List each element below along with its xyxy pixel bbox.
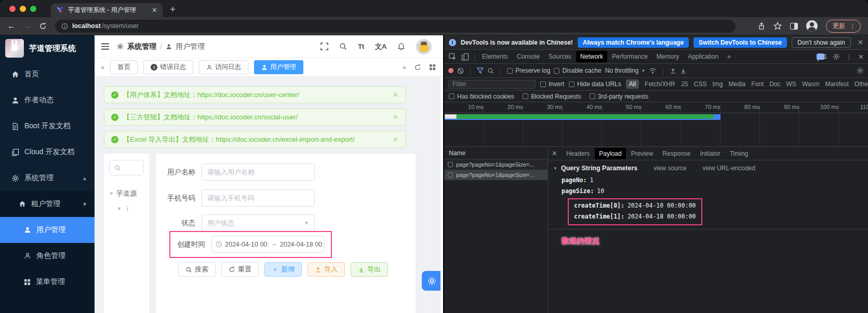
sidebar-item-tenant[interactable]: 租户管理 ▼ xyxy=(0,191,95,217)
chip-wasm[interactable]: Wasm xyxy=(802,80,820,88)
issues-counter[interactable]: 1 xyxy=(817,53,827,60)
checkbox-icon[interactable] xyxy=(448,172,453,178)
reset-button[interactable]: 重置 xyxy=(221,262,259,277)
breadcrumb-page[interactable]: 用户管理 xyxy=(176,42,205,51)
chip-font[interactable]: Font xyxy=(751,80,764,88)
kebab-menu-icon[interactable]: ⋮ xyxy=(849,22,856,30)
dept-search-input[interactable] xyxy=(109,160,144,175)
app-logo-row[interactable]: 芋道管理系统 xyxy=(0,35,95,61)
view-source-link[interactable]: view source xyxy=(653,165,686,172)
translate-icon[interactable]: 文A xyxy=(375,42,386,51)
view-url-encoded-link[interactable]: view URL-encoded xyxy=(703,165,755,172)
chip-ws[interactable]: WS xyxy=(786,80,796,88)
tab-close-icon[interactable]: ✕ xyxy=(152,6,157,14)
network-filter-input[interactable] xyxy=(448,80,536,89)
switch-to-chinese-button[interactable]: Switch DevTools to Chinese xyxy=(693,37,787,48)
chip-css[interactable]: CSS xyxy=(694,80,707,88)
user-avatar[interactable] xyxy=(416,39,432,55)
sidebar-item-cloud-docs[interactable]: Cloud 开发文档 xyxy=(0,139,95,165)
zoom-window-button[interactable] xyxy=(30,6,36,12)
chip-img[interactable]: Img xyxy=(712,80,723,88)
tag-home[interactable]: 首页 xyxy=(110,60,138,74)
preserve-log-checkbox[interactable]: Preserve log xyxy=(507,67,550,74)
forward-icon[interactable]: → xyxy=(21,21,33,31)
new-tab-button[interactable]: + xyxy=(170,4,176,15)
status-select[interactable]: 用户状态 ▼ xyxy=(202,214,315,232)
share-icon[interactable] xyxy=(758,22,765,30)
tab-initiator[interactable]: Initiator xyxy=(696,148,724,159)
throttling-select[interactable]: No throttling ▼ xyxy=(605,67,646,74)
disable-cache-checkbox[interactable]: Disable cache xyxy=(554,67,601,74)
breadcrumb-section[interactable]: 系统管理 xyxy=(127,42,156,51)
export-har-icon[interactable] xyxy=(680,67,687,74)
bookmark-star-icon[interactable] xyxy=(773,22,782,30)
close-icon[interactable]: ✕ xyxy=(393,113,398,121)
tag-access-log[interactable]: 访问日志 xyxy=(199,60,248,74)
blocked-requests-checkbox[interactable]: Blocked Requests xyxy=(523,93,581,100)
has-blocked-cookies-checkbox[interactable]: Has blocked cookies xyxy=(449,93,514,100)
caret-down-icon[interactable]: ▼ xyxy=(109,191,114,196)
tree-node-root[interactable]: ▼ 芋道源 xyxy=(109,189,144,198)
tags-scroll-left-icon[interactable]: « xyxy=(101,63,104,71)
settings-fab-button[interactable] xyxy=(422,271,442,291)
chip-doc[interactable]: Doc xyxy=(769,80,780,88)
tab-network[interactable]: Network xyxy=(576,51,607,62)
search-button[interactable]: 搜索 xyxy=(178,262,216,277)
close-icon[interactable]: ✕ xyxy=(393,135,398,143)
page-scrollbar[interactable] xyxy=(440,77,443,313)
filter-funnel-icon[interactable] xyxy=(477,67,484,74)
username-input[interactable] xyxy=(202,164,315,181)
fullscreen-icon[interactable] xyxy=(321,43,328,50)
collapse-menu-icon[interactable] xyxy=(101,43,110,50)
site-info-icon[interactable] xyxy=(61,23,68,30)
chip-fetch-xhr[interactable]: Fetch/XHR xyxy=(645,80,675,88)
tag-error-log[interactable]: ! 错误日志 xyxy=(143,60,193,74)
request-row-selected[interactable]: page?pageNo=1&pageSize=... xyxy=(444,170,547,180)
tab-payload[interactable]: Payload xyxy=(595,148,625,159)
bell-icon[interactable] xyxy=(397,43,405,51)
device-toolbar-icon[interactable] xyxy=(461,53,469,61)
tab-console[interactable]: Console xyxy=(513,51,544,62)
tab-application[interactable]: Application xyxy=(684,51,723,62)
sidebar-item-roles[interactable]: 角色管理 xyxy=(0,243,95,269)
tab-preview[interactable]: Preview xyxy=(627,148,658,159)
createtime-range-input[interactable]: 2024-04-10 00: – 2024-04-18 00: xyxy=(211,236,325,253)
back-icon[interactable]: ← xyxy=(5,21,18,31)
tab-sources[interactable]: Sources xyxy=(544,51,576,62)
import-button[interactable]: 导入 xyxy=(308,262,345,277)
hide-data-urls-checkbox[interactable]: Hide data URLs xyxy=(569,80,621,88)
tree-node-child[interactable]: ▼ ⋮ xyxy=(109,205,144,212)
apps-grid-icon[interactable] xyxy=(429,64,436,71)
chip-manifest[interactable]: Manifest xyxy=(825,80,848,88)
add-button[interactable]: ＋ 新增 xyxy=(264,262,302,277)
search-icon[interactable] xyxy=(487,67,494,74)
chrome-update-button[interactable]: 更新 ⋮ xyxy=(826,20,861,33)
tab-timing[interactable]: Timing xyxy=(726,148,753,159)
third-party-requests-checkbox[interactable]: 3rd-party requests xyxy=(590,93,648,100)
close-window-button[interactable] xyxy=(9,6,16,12)
reload-icon[interactable] xyxy=(36,22,49,30)
tag-user-management[interactable]: 用户管理 xyxy=(254,60,303,74)
record-icon[interactable] xyxy=(448,68,453,73)
sidebar-item-users[interactable]: 用户管理 xyxy=(0,217,95,243)
close-devtools-icon[interactable]: ✕ xyxy=(858,53,864,61)
tab-elements[interactable]: Elements xyxy=(478,51,512,62)
chip-other[interactable]: Other xyxy=(854,80,868,88)
settings-gear-icon[interactable] xyxy=(833,53,840,60)
tab-response[interactable]: Response xyxy=(658,148,695,159)
sidebar-item-boot-docs[interactable]: Boot 开发文档 xyxy=(0,113,95,139)
sidebar-item-system[interactable]: 系统管理 ▲ xyxy=(0,165,95,191)
close-details-icon[interactable]: ✕ xyxy=(552,149,557,157)
export-button[interactable]: 导出 xyxy=(351,262,388,277)
caret-down-icon[interactable]: ▼ xyxy=(117,206,122,211)
kebab-menu-icon[interactable]: ⋮ xyxy=(846,53,852,61)
overview-waterfall[interactable] xyxy=(444,113,868,121)
tab-headers[interactable]: Headers xyxy=(562,148,594,159)
side-panel-icon[interactable] xyxy=(790,23,798,30)
tab-performance[interactable]: Performance xyxy=(608,51,652,62)
browser-tab[interactable]: 芋道管理系统 - 用户管理 ✕ xyxy=(51,3,163,17)
sidebar-item-home[interactable]: 首页 xyxy=(0,61,95,87)
sidebar-item-author[interactable]: 作者动态 xyxy=(0,87,95,113)
network-conditions-icon[interactable] xyxy=(649,67,657,74)
caret-down-icon[interactable]: ▼ xyxy=(553,166,557,171)
